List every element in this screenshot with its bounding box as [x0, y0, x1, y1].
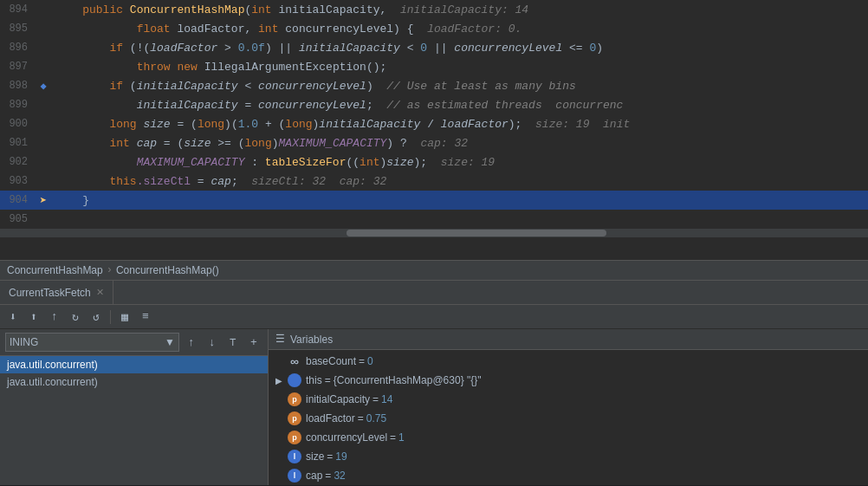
variable-type-icon: l — [288, 450, 301, 463]
code-line-899[interactable]: 899 initialCapacity = concurrencyLevel; … — [0, 95, 868, 114]
variable-type-icon: p — [288, 431, 301, 444]
code-line-902[interactable]: 902 MAXIMUM_CAPACITY : tableSizeFor((int… — [0, 152, 868, 172]
line-number: 901 — [0, 137, 35, 149]
rerun-button[interactable]: ↺ — [87, 308, 106, 326]
variable-equals: = — [325, 470, 331, 482]
variable-item-6[interactable]: lcap = 32 — [269, 466, 868, 485]
line-number: 899 — [0, 99, 35, 111]
variable-value: {ConcurrentHashMap@630} "{}" — [334, 374, 482, 386]
variable-equals: = — [359, 355, 365, 367]
variable-name: size — [306, 450, 324, 463]
variable-type-icon: ∞ — [288, 354, 301, 368]
line-gutter: ➤ — [35, 193, 52, 208]
frames-header: INING ▼ ↑ ↓ ⊤ + — [0, 329, 268, 356]
resume-button[interactable]: ⬇ — [3, 308, 23, 326]
close-tab-icon[interactable]: ✕ — [96, 287, 104, 298]
step-out-button[interactable]: ↻ — [66, 308, 85, 326]
variable-equals: = — [358, 412, 364, 424]
line-number: 905 — [0, 213, 35, 225]
line-number: 898 — [0, 80, 35, 92]
frames-panel: INING ▼ ↑ ↓ ⊤ + java.util.concurrent)jav… — [0, 329, 269, 485]
code-line-896[interactable]: 896 if (!(loadFactor > 0.0f) || initialC… — [0, 38, 868, 57]
debug-toolbar: ⬇ ⬆ ↑ ↻ ↺ ▦ ≡ — [0, 305, 868, 329]
frame-item-0[interactable]: java.util.concurrent) — [0, 356, 268, 373]
variable-name: this — [306, 374, 322, 386]
code-line-900[interactable]: 900 long size = (long)(1.0 + (long)initi… — [0, 114, 868, 133]
code-line-904[interactable]: 904➤ } — [0, 191, 868, 210]
frames-list[interactable]: java.util.concurrent)java.util.concurren… — [0, 356, 268, 485]
code-line-894[interactable]: 894 public ConcurrentHashMap(int initial… — [0, 0, 868, 19]
line-content: if (initialCapacity < concurrencyLevel) … — [52, 80, 868, 93]
line-number: 894 — [0, 3, 35, 16]
code-line-905[interactable]: 905 — [0, 210, 868, 229]
line-content: float loadFactor, int concurrencyLevel) … — [52, 23, 868, 36]
line-number: 902 — [0, 156, 35, 168]
variable-name: concurrencyLevel — [306, 431, 387, 444]
variables-panel: ☰ Variables ∞baseCount = 0▶this = {Concu… — [269, 329, 868, 485]
variable-value: 32 — [334, 470, 345, 482]
variable-item-5[interactable]: lsize = 19 — [269, 447, 868, 466]
variable-type-icon: p — [288, 411, 301, 425]
variable-equals: = — [325, 374, 331, 386]
variable-name: initialCapacity — [306, 393, 370, 405]
breadcrumb-class[interactable]: ConcurrentHashMap — [7, 264, 103, 276]
line-content: MAXIMUM_CAPACITY : tableSizeFor((int)siz… — [52, 156, 868, 169]
variable-value: 14 — [381, 393, 392, 405]
variable-item-1[interactable]: ▶this = {ConcurrentHashMap@630} "{}" — [269, 371, 868, 390]
bookmark-icon: ◆ — [40, 80, 46, 93]
variable-value: 0.75 — [366, 412, 386, 424]
code-line-903[interactable]: 903 this.sizeCtl = cap; sizeCtl: 32 cap:… — [0, 172, 868, 191]
variable-equals: = — [390, 431, 396, 444]
line-content: int cap = (size >= (long)MAXIMUM_CAPACIT… — [52, 137, 868, 150]
line-content: initialCapacity = concurrencyLevel; // a… — [52, 99, 868, 112]
variable-item-4[interactable]: pconcurrencyLevel = 1 — [269, 428, 868, 447]
variable-name: baseCount — [306, 355, 356, 367]
frames-dropdown-text: INING — [10, 336, 38, 348]
code-line-897[interactable]: 897 throw new IllegalArgumentException()… — [0, 57, 868, 76]
frames-dropdown[interactable]: INING ▼ — [5, 333, 179, 352]
variable-item-2[interactable]: pinitialCapacity = 14 — [269, 390, 868, 409]
breadcrumb-method[interactable]: ConcurrentHashMap() — [116, 264, 219, 276]
line-content: throw new IllegalArgumentException(); — [52, 61, 868, 74]
variable-item-3[interactable]: ploadFactor = 0.75 — [269, 409, 868, 428]
debug-tab-currenttaskfetch[interactable]: CurrentTaskFetch ✕ — [0, 281, 113, 304]
variables-title: Variables — [290, 334, 333, 346]
horizontal-scrollbar[interactable] — [0, 229, 868, 237]
variable-item-0[interactable]: ∞baseCount = 0 — [269, 352, 868, 371]
variable-value: 0 — [367, 355, 373, 367]
variables-button[interactable]: ≡ — [136, 308, 155, 326]
debug-tab-label: CurrentTaskFetch — [9, 287, 91, 299]
line-number: 903 — [0, 175, 35, 187]
step-over-button[interactable]: ⬆ — [24, 308, 43, 326]
frames-up-button[interactable]: ↑ — [183, 334, 200, 351]
breadcrumb-separator: › — [107, 264, 113, 276]
line-content: } — [52, 194, 868, 207]
variable-value: 1 — [398, 431, 405, 444]
frames-filter-button[interactable]: ⊤ — [224, 334, 242, 351]
line-content: long size = (long)(1.0 + (long)initialCa… — [52, 118, 868, 131]
frames-down-button[interactable]: ↓ — [204, 334, 221, 351]
variable-name: cap — [306, 470, 322, 482]
line-number: 895 — [0, 23, 35, 35]
code-editor[interactable]: 894 public ConcurrentHashMap(int initial… — [0, 0, 868, 260]
frames-button[interactable]: ▦ — [115, 308, 134, 326]
debug-tab-bar: CurrentTaskFetch ✕ — [0, 281, 868, 305]
frame-item-1[interactable]: java.util.concurrent) — [0, 373, 268, 391]
code-line-895[interactable]: 895 float loadFactor, int concurrencyLev… — [0, 19, 868, 38]
variable-name: loadFactor — [306, 412, 355, 424]
frames-add-button[interactable]: + — [245, 334, 262, 351]
variable-type-icon: l — [288, 469, 301, 483]
variables-header: ☰ Variables — [269, 329, 868, 350]
variables-list[interactable]: ∞baseCount = 0▶this = {ConcurrentHashMap… — [269, 350, 868, 485]
step-into-button[interactable]: ↑ — [45, 308, 64, 326]
line-number: 896 — [0, 42, 35, 54]
code-line-898[interactable]: 898◆ if (initialCapacity < concurrencyLe… — [0, 76, 868, 95]
line-number: 900 — [0, 118, 35, 130]
line-content: this.sizeCtl = cap; sizeCtl: 32 cap: 32 — [52, 175, 868, 188]
expand-icon[interactable]: ▶ — [275, 376, 288, 386]
breadcrumb: ConcurrentHashMap › ConcurrentHashMap() — [0, 260, 868, 281]
variable-equals: = — [372, 393, 379, 405]
line-content: if (!(loadFactor > 0.0f) || initialCapac… — [52, 42, 868, 55]
code-line-901[interactable]: 901 int cap = (size >= (long)MAXIMUM_CAP… — [0, 133, 868, 152]
line-content: public ConcurrentHashMap(int initialCapa… — [52, 3, 868, 16]
